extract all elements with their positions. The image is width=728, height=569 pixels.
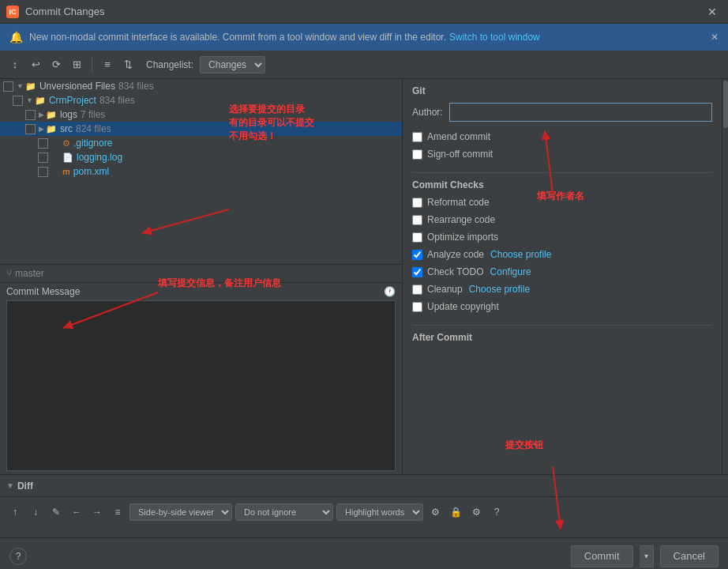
gitignore-checkbox[interactable] [38, 138, 48, 149]
tree-item-logs[interactable]: ▶ 📁 logs 7 files [0, 107, 402, 122]
diff-forward-button[interactable]: → [88, 503, 106, 521]
diff-highlight-dropdown[interactable]: Highlight words Highlight chars [336, 503, 423, 521]
commit-msg-header: Commit Message 🕐 [6, 286, 396, 297]
amend-commit-row: Amend commit [412, 131, 712, 142]
gitignore-label: .gitignore [73, 138, 112, 149]
src-folder-icon: 📁 [46, 124, 57, 134]
right-scrollbar[interactable] [722, 79, 728, 474]
diff-ignore-dropdown[interactable]: Do not ignore Ignore whitespace [235, 503, 333, 521]
diff-lock-button[interactable]: 🔒 [447, 503, 464, 521]
help-button[interactable]: ? [9, 548, 27, 565]
diff-config-button[interactable]: ⚙ [467, 503, 485, 521]
diff-help-button[interactable]: ? [488, 503, 505, 521]
branch-icon: ⑂ [6, 268, 12, 279]
toolbar-expand-button[interactable]: ≡ [99, 56, 116, 73]
scroll-thumb[interactable] [723, 81, 728, 128]
pom-checkbox[interactable] [38, 167, 48, 177]
toolbar-collapse-button[interactable]: ⇅ [119, 56, 137, 73]
src-count: 824 files [76, 123, 111, 134]
bell-icon: 🔔 [9, 31, 23, 43]
cleanup-row: Cleanup Choose profile [412, 284, 712, 295]
branch-name: master [15, 268, 44, 279]
cancel-button[interactable]: Cancel [660, 545, 719, 567]
signoff-commit-label[interactable]: Sign-off commit [427, 149, 493, 160]
expand-arrow-2: ▼ [26, 96, 33, 104]
toolbar-undo-button[interactable]: ↩ [27, 56, 44, 73]
diff-back-button[interactable]: ← [68, 503, 85, 521]
dialog-title: Commit Changes [25, 6, 703, 17]
amend-commit-label[interactable]: Amend commit [427, 131, 490, 142]
optimize-imports-label: Optimize imports [427, 232, 498, 243]
crmproject-label: CrmProject [49, 95, 96, 106]
diff-edit-button[interactable]: ✎ [47, 503, 65, 521]
commit-message-section: Commit Message 🕐 [0, 282, 402, 474]
commit-message-label: Commit Message [6, 286, 80, 297]
tree-item-unversioned-files[interactable]: ▼ 📁 Unversioned Files 834 files [0, 79, 402, 93]
expand-arrow-3: ▶ [39, 111, 44, 119]
reformat-code-label: Reformat code [427, 197, 490, 208]
bottom-bar: ? Commit ▾ Cancel [0, 537, 728, 569]
diff-prev-button[interactable]: ↑ [6, 503, 24, 521]
check-todo-configure-link[interactable]: Configure [490, 266, 531, 277]
update-copyright-row: Update copyright [412, 301, 712, 312]
diff-toolbar: ↑ ↓ ✎ ← → ≡ Side-by-side viewer Unified … [0, 497, 728, 527]
logging-label: logging.log [77, 152, 122, 163]
diff-next-button[interactable]: ↓ [27, 503, 44, 521]
info-banner: 🔔 New non-modal commit interface is avai… [0, 24, 728, 51]
analyze-code-profile-link[interactable]: Choose profile [490, 249, 551, 260]
signoff-commit-checkbox[interactable] [412, 149, 422, 160]
main-content-area: ▼ 📁 Unversioned Files 834 files ▼ 📁 CrmP… [0, 79, 728, 474]
cleanup-profile-link[interactable]: Choose profile [469, 284, 530, 295]
rearrange-code-row: Rearrange code [412, 214, 712, 225]
rearrange-code-checkbox[interactable] [412, 215, 422, 225]
diff-header: ▼ Diff [0, 475, 728, 497]
logging-checkbox[interactable] [38, 153, 48, 163]
log-icon: 📄 [62, 153, 73, 163]
cleanup-checkbox[interactable] [412, 284, 422, 295]
close-button[interactable]: ✕ [703, 4, 722, 20]
logs-count: 7 files [81, 109, 105, 120]
signoff-commit-row: Sign-off commit [412, 149, 712, 160]
check-todo-checkbox[interactable] [412, 267, 422, 277]
diff-collapse-arrow[interactable]: ▼ [6, 481, 14, 490]
tree-item-gitignore[interactable]: ⚙ .gitignore [0, 136, 402, 150]
switch-to-tool-window-link[interactable]: Switch to tool window [449, 32, 540, 43]
tree-item-pom-xml[interactable]: m pom.xml [0, 164, 402, 179]
author-label: Author: [412, 107, 443, 118]
toolbar-refresh-button[interactable]: ↕ [6, 56, 24, 73]
history-icon[interactable]: 🕐 [384, 286, 396, 297]
left-panel: ▼ 📁 Unversioned Files 834 files ▼ 📁 CrmP… [0, 79, 403, 474]
title-bar: IC Commit Changes ✕ [0, 0, 728, 24]
commit-button[interactable]: Commit [571, 545, 633, 567]
banner-close-button[interactable]: ✕ [711, 32, 719, 43]
diff-viewer-dropdown[interactable]: Side-by-side viewer Unified viewer [129, 503, 232, 521]
toolbar-reload-button[interactable]: ⟳ [47, 56, 65, 73]
reformat-code-row: Reformat code [412, 197, 712, 208]
file-tree: ▼ 📁 Unversioned Files 834 files ▼ 📁 CrmP… [0, 79, 402, 264]
analyze-code-checkbox[interactable] [412, 250, 422, 260]
changelist-dropdown[interactable]: Changes [200, 56, 265, 73]
toolbar-group-button[interactable]: ⊞ [68, 56, 85, 73]
diff-list-button[interactable]: ≡ [109, 503, 126, 521]
commit-dropdown-button[interactable]: ▾ [640, 545, 654, 567]
optimize-imports-checkbox[interactable] [412, 232, 422, 243]
src-label: src [60, 123, 73, 134]
reformat-code-checkbox[interactable] [412, 198, 422, 208]
check-todo-row: Check TODO Configure [412, 266, 712, 277]
diff-title: Diff [17, 480, 33, 492]
src-checkbox[interactable] [25, 124, 36, 134]
logs-checkbox[interactable] [25, 110, 36, 120]
crmproject-checkbox[interactable] [13, 96, 23, 106]
diff-settings-button[interactable]: ⚙ [426, 503, 444, 521]
commit-message-input[interactable] [6, 300, 396, 471]
analyze-code-label: Analyze code [427, 249, 484, 260]
unversioned-files-label: Unversioned Files [39, 81, 115, 92]
tree-item-logging-log[interactable]: 📄 logging.log [0, 150, 402, 164]
amend-commit-checkbox[interactable] [412, 132, 422, 142]
tree-item-src[interactable]: ▶ 📁 src 824 files [0, 122, 402, 136]
update-copyright-checkbox[interactable] [412, 302, 422, 312]
unversioned-files-count: 834 files [118, 81, 154, 92]
unversioned-files-checkbox[interactable] [3, 81, 13, 92]
author-input[interactable] [449, 103, 712, 122]
tree-item-crmproject[interactable]: ▼ 📁 CrmProject 834 files [0, 93, 402, 107]
